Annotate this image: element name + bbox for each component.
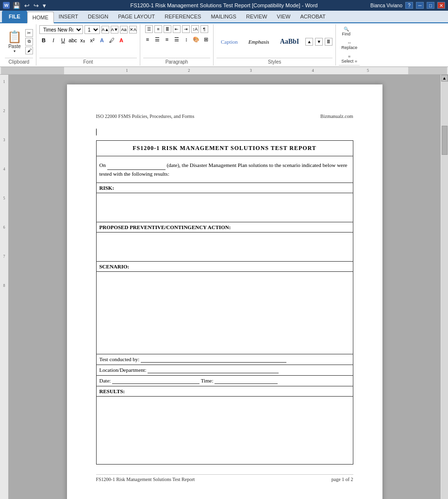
tab-home[interactable]: HOME [27,12,54,23]
test-conducted-row: Test conducted by: [96,354,353,365]
align-center-btn[interactable]: ☰ [153,35,162,44]
cursor-line[interactable] [96,129,353,136]
risk-header: RISK: [96,183,353,193]
style-emphasis[interactable]: Emphasis [244,36,274,47]
italic-button[interactable]: I [49,36,58,45]
decrease-indent-btn[interactable]: ⇤ [173,25,181,33]
user-name: Bianca Viviano [370,3,402,8]
proposed-content[interactable] [96,233,353,262]
paragraph-label: Paragraph [143,58,210,65]
line-spacing-btn[interactable]: ↕ [182,35,191,44]
ribbon-tabs: FILE HOME INSERT DESIGN PAGE LAYOUT REFE… [0,11,448,23]
replace-button[interactable]: ↔ Replace [339,39,360,51]
change-case-btn[interactable]: Aa [120,26,128,33]
test-conducted-label: Test conducted by: [100,356,140,362]
proposed-header-row: PROPOSED PREVENTIVE/CONTINGENCY ACTION: [96,222,353,233]
increase-indent-btn[interactable]: ⇥ [182,25,190,33]
style-caption[interactable]: Caption [216,36,242,47]
font-size-decrease-btn[interactable]: A▼ [111,26,118,33]
font-name-select[interactable]: Times New Ro [39,25,83,34]
strikethrough-button[interactable]: abc [68,36,77,45]
paste-icon: 📋 [7,30,22,44]
tab-design[interactable]: DESIGN [83,11,113,22]
font-size-increase-btn[interactable]: A▲ [101,26,109,33]
scroll-thumb[interactable] [442,126,448,155]
tab-review[interactable]: REVIEW [241,11,272,22]
find-button[interactable]: 🔍 Find [339,25,353,38]
superscript-button[interactable]: x² [88,36,97,45]
scroll-track[interactable] [441,82,448,499]
redo-quick-btn[interactable]: ↪ [33,2,40,9]
maximize-button[interactable]: □ [427,2,434,9]
paragraph-row-2: ≡ ☰ ≡ ☰ ↕ 🎨 ⊞ [143,35,210,44]
header-left: ISO 22000 FSMS Policies, Procedures, and… [96,114,195,119]
bullets-btn[interactable]: ☰ [145,25,153,33]
numbering-btn[interactable]: ≡ [154,25,162,33]
styles-scroll-up[interactable]: ▲ [305,38,313,46]
proposed-header: PROPOSED PREVENTIVE/CONTINGENCY ACTION: [96,222,353,233]
subscript-button[interactable]: x₂ [78,36,87,45]
multilevel-btn[interactable]: ≣ [164,25,171,33]
minimize-button[interactable]: ─ [416,2,424,9]
select-icon: = [348,54,350,59]
location-cell[interactable]: Location/Department: [96,365,353,376]
font-color-button[interactable]: A [117,36,126,45]
time-label: Time: [201,378,214,383]
paste-dropdown-icon[interactable]: ▾ [14,49,16,53]
copy-button[interactable]: ⧉ [25,38,33,46]
date-label: Date: [100,378,111,383]
clear-format-btn[interactable]: ✕A [129,26,137,33]
font-row-1: Times New Ro 12 A▲ A▼ Aa ✕A [39,25,137,34]
date-blank[interactable] [107,161,166,170]
underline-button[interactable]: U [59,36,67,45]
font-size-select[interactable]: 12 [84,25,100,34]
font-group: Times New Ro 12 A▲ A▼ Aa ✕A B I U abc x₂… [36,24,140,66]
ruler-content: 1 2 3 4 5 [64,67,408,74]
test-conducted-cell[interactable]: Test conducted by: [96,354,353,365]
intro-cell[interactable]: On (date), the Disaster Management Plan … [96,156,353,183]
ruler-mark-8: 8 [0,283,8,313]
justify-btn[interactable]: ☰ [172,35,181,44]
scenario-header-row: SCENARIO: [96,262,353,272]
paragraph-row-1: ☰ ≡ ≣ ⇤ ⇥ ↕A ¶ [145,25,208,33]
tab-page-layout[interactable]: PAGE LAYOUT [113,11,160,22]
date-time-cell[interactable]: Date: Time: [96,376,353,386]
tab-references[interactable]: REFERENCES [160,11,206,22]
sort-btn[interactable]: ↕A [191,25,199,33]
tab-mailings[interactable]: MAILINGS [206,11,241,22]
bold-button[interactable]: B [39,36,48,45]
style-heading1[interactable]: AaBbI [276,35,304,48]
scrollbar[interactable]: ▲ ▼ [440,75,448,499]
undo-quick-btn[interactable]: ↩ [23,2,31,9]
risk-content[interactable] [96,193,353,222]
align-right-btn[interactable]: ≡ [163,35,171,44]
document-page[interactable]: ISO 22000 FSMS Policies, Procedures, and… [67,84,382,499]
scenario-content[interactable] [96,272,353,354]
report-title: FS1200-1 RISK MANAGEMENT SOLUTIONS TEST … [96,141,353,156]
tab-view[interactable]: VIEW [272,11,295,22]
styles-scroll-down[interactable]: ▼ [315,38,323,46]
format-painter-button[interactable]: 🖌 [25,47,33,54]
text-highlight-button[interactable]: 🖊 [107,36,116,45]
customize-quick-btn[interactable]: ▾ [42,2,47,9]
borders-btn[interactable]: ⊞ [201,35,210,44]
scenario-header: SCENARIO: [96,262,353,272]
help-button[interactable]: ? [405,2,413,9]
document-area[interactable]: ISO 22000 FSMS Policies, Procedures, and… [9,75,440,499]
align-left-btn[interactable]: ≡ [143,35,152,44]
shading-btn[interactable]: 🎨 [192,35,200,44]
results-content[interactable] [96,397,353,465]
text-effects-button[interactable]: A [98,36,106,45]
select-button[interactable]: = Select = [339,52,360,65]
close-button[interactable]: ✕ [437,2,445,9]
show-formatting-btn[interactable]: ¶ [200,25,208,33]
cut-button[interactable]: ✂ [25,29,33,37]
tab-file[interactable]: FILE [2,11,27,22]
save-quick-btn[interactable]: 💾 [12,2,21,9]
tab-insert[interactable]: INSERT [54,11,83,22]
tab-acrobat[interactable]: ACROBAT [295,11,330,22]
title-row: FS1200-1 RISK MANAGEMENT SOLUTIONS TEST … [96,141,353,156]
styles-more[interactable]: ≣ [325,38,332,46]
paste-button[interactable]: 📋 Paste ▾ [5,29,24,54]
scroll-up-btn[interactable]: ▲ [441,75,448,82]
